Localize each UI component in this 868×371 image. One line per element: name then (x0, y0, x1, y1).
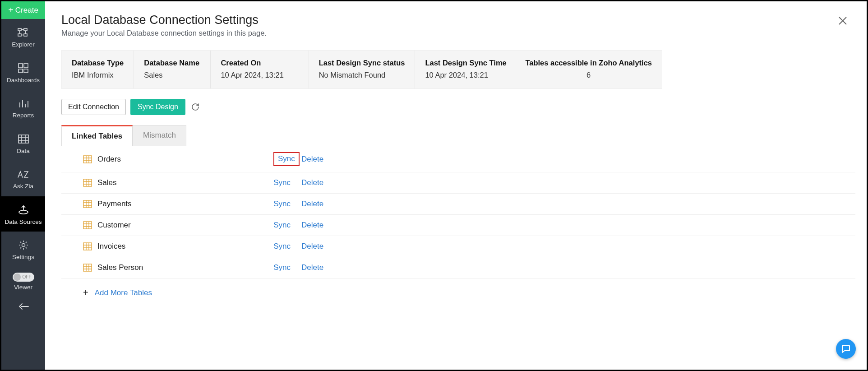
table-row: Orders Sync Delete (61, 146, 855, 172)
sidebar-item-dashboards[interactable]: Dashboards (1, 55, 45, 90)
sync-link[interactable]: Sync (273, 221, 291, 230)
add-more-tables[interactable]: + Add More Tables (61, 278, 850, 298)
sidebar-item-settings[interactable]: Settings (1, 232, 45, 267)
delete-link[interactable]: Delete (301, 199, 323, 209)
viewer-toggle-wrap: OFF Viewer (1, 267, 45, 295)
svg-rect-14 (83, 222, 92, 229)
info-cell-accessible: Tables accessible in Zoho Analytics 6 (515, 51, 662, 88)
info-cell-sync-time: Last Design Sync Time 10 Apr 2024, 13:21 (415, 51, 515, 88)
table-name: Sales Person (97, 263, 273, 272)
delete-link[interactable]: Delete (301, 178, 323, 187)
tab-linked-tables[interactable]: Linked Tables (61, 125, 133, 146)
linked-tables-list: Orders Sync Delete Sales Sync Delete Pay… (61, 146, 855, 278)
svg-point-9 (19, 210, 28, 214)
info-label: Database Name (144, 59, 200, 67)
create-button[interactable]: + Create (1, 1, 45, 19)
table-name: Invoices (97, 242, 273, 251)
sidebar-item-label: Ask Zia (13, 183, 33, 190)
tabs: Linked Tables Mismatch (61, 125, 850, 146)
info-cell-db-name: Database Name Sales (134, 51, 211, 88)
sidebar-item-explorer[interactable]: Explorer (1, 19, 45, 55)
table-icon (83, 200, 92, 208)
info-bar: Database Type IBM Informix Database Name… (61, 50, 662, 89)
delete-link[interactable]: Delete (301, 263, 323, 272)
svg-rect-1 (24, 28, 27, 31)
svg-rect-11 (83, 156, 92, 163)
tab-mismatch[interactable]: Mismatch (133, 125, 186, 146)
table-icon (83, 179, 92, 187)
info-value: No Mismatch Found (319, 71, 405, 79)
page-title: Local Database Connection Settings (61, 13, 850, 27)
button-row: Edit Connection Sync Design (61, 99, 850, 115)
explorer-icon (18, 27, 29, 38)
svg-rect-15 (83, 243, 92, 250)
main-content: Local Database Connection Settings Manag… (45, 1, 867, 370)
dashboard-icon (18, 62, 29, 74)
info-value: Sales (144, 71, 200, 79)
info-cell-sync-status: Last Design Sync status No Mismatch Foun… (309, 51, 416, 88)
sidebar-item-label: Reports (13, 112, 34, 119)
table-row: Customer Sync Delete (61, 215, 855, 236)
svg-rect-2 (18, 34, 21, 36)
table-name: Customer (97, 221, 273, 230)
sidebar-item-data-sources[interactable]: Data Sources (1, 196, 45, 232)
svg-rect-5 (24, 64, 28, 68)
info-label: Last Design Sync status (319, 59, 405, 67)
info-label: Created On (221, 59, 298, 67)
plus-icon: + (8, 5, 14, 15)
info-label: Tables accessible in Zoho Analytics (525, 59, 652, 67)
sidebar-item-label: Data Sources (5, 218, 42, 226)
table-icon (83, 264, 92, 272)
table-row: Sales Person Sync Delete (61, 257, 855, 278)
refresh-icon[interactable] (191, 102, 200, 111)
svg-rect-3 (24, 34, 27, 36)
sidebar-collapse-button[interactable] (1, 295, 45, 317)
sidebar: + Create Explorer Dashboards (1, 1, 45, 370)
plus-icon: + (83, 288, 88, 298)
svg-rect-8 (18, 135, 28, 143)
sync-link-highlighted: Sync (273, 152, 300, 166)
table-icon (83, 155, 92, 163)
reports-icon (18, 97, 29, 109)
data-icon (18, 133, 29, 145)
info-value: 6 (525, 71, 652, 79)
info-value: 10 Apr 2024, 13:21 (425, 71, 505, 79)
table-name: Orders (97, 155, 273, 164)
svg-rect-16 (83, 264, 92, 271)
table-row: Sales Sync Delete (61, 172, 855, 194)
data-sources-icon (18, 204, 29, 216)
table-icon (83, 242, 92, 250)
svg-rect-7 (24, 69, 28, 73)
sync-link[interactable]: Sync (273, 263, 291, 272)
chat-fab[interactable] (836, 339, 856, 359)
gear-icon (18, 239, 29, 251)
table-name: Sales (97, 178, 273, 187)
info-value: IBM Informix (72, 71, 124, 79)
ask-zia-icon (17, 168, 30, 180)
viewer-label: Viewer (14, 284, 32, 291)
delete-link[interactable]: Delete (301, 221, 323, 230)
sync-design-button[interactable]: Sync Design (130, 99, 185, 115)
sidebar-item-label: Explorer (12, 41, 34, 48)
viewer-toggle[interactable]: OFF (13, 273, 34, 282)
table-name: Payments (97, 199, 273, 209)
page-subtitle: Manage your Local Database connection se… (61, 29, 850, 37)
delete-link[interactable]: Delete (301, 155, 323, 164)
sync-link[interactable]: Sync (273, 178, 291, 187)
sync-link[interactable]: Sync (273, 199, 291, 209)
close-button[interactable] (838, 16, 848, 26)
edit-connection-button[interactable]: Edit Connection (61, 99, 126, 115)
add-more-label: Add More Tables (95, 288, 152, 297)
delete-link[interactable]: Delete (301, 242, 323, 251)
sidebar-item-reports[interactable]: Reports (1, 90, 45, 125)
create-button-label: Create (15, 6, 38, 15)
sidebar-item-data[interactable]: Data (1, 125, 45, 161)
sync-link[interactable]: Sync (278, 154, 295, 163)
sidebar-item-ask-zia[interactable]: Ask Zia (1, 161, 45, 196)
sidebar-item-label: Dashboards (7, 77, 40, 84)
svg-rect-13 (83, 200, 92, 208)
table-row: Payments Sync Delete (61, 194, 855, 215)
table-icon (83, 221, 92, 229)
sync-link[interactable]: Sync (273, 242, 291, 251)
svg-rect-4 (18, 64, 23, 68)
